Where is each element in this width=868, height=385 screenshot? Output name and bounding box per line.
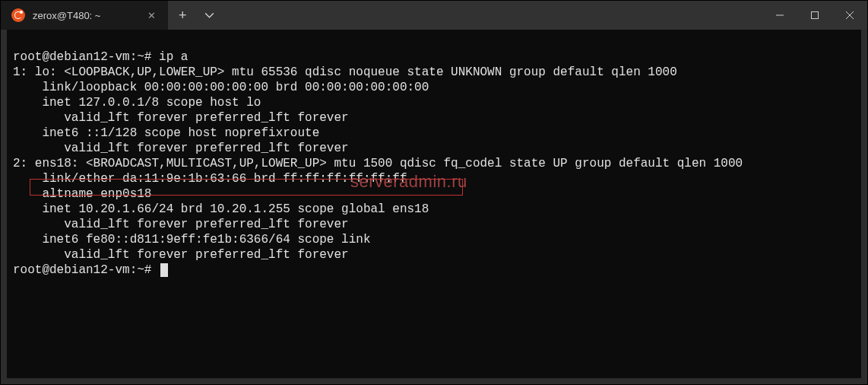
prompt: root@debian12-vm:~#	[13, 263, 151, 277]
output-line: inet 10.20.1.66/24 brd 10.20.1.255 scope…	[13, 202, 429, 216]
output-line: inet6 ::1/128 scope host noprefixroute	[13, 126, 319, 140]
cursor	[160, 263, 168, 277]
terminal-body[interactable]: root@debian12-vm:~# ip a 1: lo: <LOOPBAC…	[7, 30, 861, 378]
command: ip a	[159, 50, 188, 64]
output-line: inet6 fe80::d811:9eff:fe1b:6366/64 scope…	[13, 233, 370, 247]
window-controls	[762, 1, 867, 30]
output-line: altname enp0s18	[13, 187, 151, 201]
active-tab[interactable]: zerox@T480: ~ ✕	[1, 1, 168, 30]
output-line: valid_lft forever preferred_lft forever	[13, 111, 349, 125]
svg-rect-0	[812, 12, 819, 19]
output-line: 1: lo: <LOOPBACK,UP,LOWER_UP> mtu 65536 …	[13, 65, 677, 79]
maximize-button[interactable]	[797, 1, 832, 30]
output-line: link/loopback 00:00:00:00:00:00 brd 00:0…	[13, 81, 429, 94]
close-tab-icon[interactable]: ✕	[143, 8, 160, 23]
output-line: valid_lft forever preferred_lft forever	[13, 218, 349, 231]
output-line: valid_lft forever preferred_lft forever	[13, 248, 349, 262]
tab-dropdown-button[interactable]	[198, 1, 221, 30]
ubuntu-icon	[11, 8, 25, 22]
tab-title: zerox@T480: ~	[33, 10, 143, 21]
window-titlebar: zerox@T480: ~ ✕ +	[1, 1, 867, 30]
terminal-window: zerox@T480: ~ ✕ + root@debian12-vm:~# ip…	[0, 0, 868, 385]
output-line: 2: ens18: <BROADCAST,MULTICAST,UP,LOWER_…	[13, 157, 743, 170]
output-line: valid_lft forever preferred_lft forever	[13, 142, 349, 155]
close-window-button[interactable]	[832, 1, 867, 30]
new-tab-button[interactable]: +	[168, 1, 198, 30]
prompt: root@debian12-vm:~#	[13, 50, 151, 64]
output-line: inet 127.0.0.1/8 scope host lo	[13, 96, 261, 110]
output-line: link/ether da:11:9e:1b:63:66 brd ff:ff:f…	[13, 172, 407, 186]
minimize-button[interactable]	[762, 1, 797, 30]
